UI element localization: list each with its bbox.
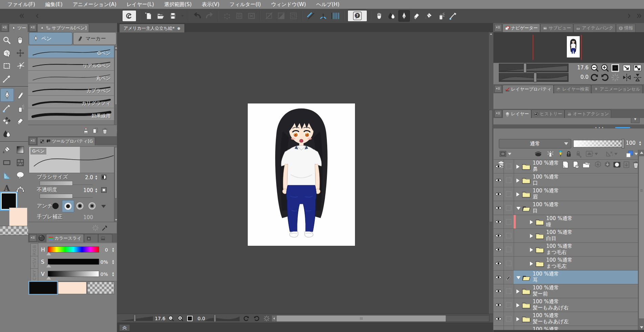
layer-content[interactable]: 100 %通常まつ毛右 — [514, 243, 638, 256]
layer-content[interactable]: 100 %通常口 — [514, 173, 638, 187]
menu-item-5[interactable]: 表示(V) — [197, 0, 224, 9]
layer-content[interactable]: 100 %通常髪ーもみあげ左 — [514, 312, 638, 326]
expand-arrow-icon[interactable] — [516, 192, 519, 196]
layer-row[interactable]: 100 %通常耳 — [493, 270, 638, 284]
color-model-tab-hsv[interactable]: HSV — [30, 256, 39, 269]
brush-button[interactable] — [448, 10, 459, 21]
layer-content[interactable]: 100 %通常瞳 — [514, 215, 638, 229]
layer-visibility-toggle[interactable] — [493, 312, 504, 326]
csp-logo-button[interactable] — [122, 10, 136, 22]
select-shrink-button[interactable] — [246, 10, 257, 21]
open-file-button[interactable] — [155, 10, 166, 21]
navigator-rotate-ccw-button[interactable] — [590, 73, 599, 82]
anti-aliasing-dropdown-icon[interactable] — [101, 205, 106, 208]
chevron-down-icon[interactable] — [635, 153, 638, 155]
tool-fill[interactable] — [0, 143, 13, 156]
foreground-color-swatch[interactable] — [1, 193, 17, 210]
panel-menu-icon[interactable] — [494, 110, 502, 117]
layer-visibility-toggle[interactable] — [493, 187, 504, 201]
layer-check-cell[interactable] — [504, 187, 514, 201]
deselect-button[interactable] — [264, 10, 274, 21]
layer-row[interactable]: 100 %通常眉 — [493, 187, 638, 201]
transparent-swatch[interactable] — [87, 282, 114, 294]
lock-button[interactable] — [564, 150, 573, 158]
menu-item-8[interactable]: ヘルプ(H) — [311, 0, 344, 9]
mask-area-button[interactable] — [585, 150, 594, 158]
layer-content[interactable]: 100 %通常白目 — [514, 229, 638, 242]
navigator-zoom-slider[interactable] — [499, 64, 569, 72]
layer-row[interactable]: 100 %通常鼻 — [493, 159, 638, 173]
expand-arrow-icon[interactable] — [530, 262, 533, 266]
canvas-vertical-scrollbar[interactable] — [488, 32, 493, 324]
menu-item-1[interactable]: 編集(E) — [41, 0, 67, 9]
layer-opacity-stepper[interactable]: ▲▼ — [638, 141, 642, 146]
thumbnail-size-button[interactable] — [499, 150, 507, 158]
expand-up-button[interactable] — [119, 324, 130, 331]
layer-row[interactable]: 100 %通常瞳 — [493, 215, 638, 229]
canvas-zoom-slider[interactable] — [119, 315, 153, 322]
tool-hand[interactable] — [14, 34, 27, 47]
tool-brush[interactable] — [0, 102, 13, 115]
panel-menu-icon[interactable] — [494, 85, 502, 93]
menu-item-6[interactable]: フィルター(I) — [225, 0, 266, 9]
layer-row[interactable]: 100 %通常口 — [493, 173, 638, 187]
tool-frame[interactable] — [14, 156, 27, 169]
layer-check-cell[interactable] — [504, 298, 514, 312]
tool-auto-select[interactable] — [14, 60, 27, 72]
panel-menu-icon[interactable] — [29, 24, 37, 31]
invert-selection-button[interactable] — [276, 10, 287, 21]
stabilization-value[interactable]: 100 — [73, 214, 93, 220]
redo-button[interactable] — [204, 10, 215, 21]
layer-content[interactable]: 100 %通常耳 — [514, 270, 638, 284]
draft-button[interactable] — [556, 150, 565, 158]
layer-check-cell[interactable] — [504, 312, 514, 326]
tab-intermediate-color[interactable] — [98, 234, 112, 242]
flip-vertical-button[interactable] — [633, 73, 642, 82]
navigator-tab-3[interactable]: 情報 — [616, 24, 636, 32]
brush-size-stepper[interactable]: ▲▼ — [94, 175, 98, 180]
layer-visibility-toggle[interactable] — [493, 270, 504, 284]
subtool-item[interactable]: リアルGペン — [28, 58, 114, 71]
layer-row[interactable]: 100 %通常白目 — [493, 229, 638, 242]
canvas-rotate-reset-button[interactable] — [262, 315, 271, 322]
slider-stepper[interactable]: ▲▼ — [112, 259, 114, 265]
navigator-tab-1[interactable]: サブビュー — [540, 24, 573, 32]
tab-tool-property[interactable]: ツールプロパティ[G — [37, 137, 95, 145]
slider-bar[interactable] — [48, 259, 99, 265]
layer-palette-tab-1[interactable]: ヒストリー — [531, 110, 564, 118]
layer-check-cell[interactable] — [504, 257, 514, 270]
panel-menu-icon[interactable] — [494, 24, 502, 31]
layer-visibility-toggle[interactable] — [493, 229, 504, 242]
blend-mode-dropdown[interactable]: 通常 — [499, 139, 571, 148]
page-copy-button[interactable] — [92, 127, 99, 135]
color-model-tab-cmy[interactable]: CMY — [30, 268, 39, 281]
layer-content[interactable]: 100 %通常髪ーもみあげ右 — [514, 298, 638, 312]
canvas-page[interactable] — [248, 103, 355, 246]
save-file-button[interactable] — [168, 10, 178, 21]
eraser-button[interactable] — [411, 10, 422, 21]
layer-check-cell[interactable] — [504, 201, 514, 215]
navigator-zoom-out-button[interactable] — [590, 63, 599, 73]
panel-menu-icon[interactable] — [1, 24, 8, 31]
layer-editing-indicator[interactable] — [504, 270, 514, 284]
tool-zoom[interactable] — [0, 34, 13, 47]
expand-arrow-icon[interactable] — [530, 220, 533, 224]
navigator-zoom-in-button[interactable] — [600, 63, 609, 73]
brush-size-value[interactable]: 2.0 — [73, 174, 93, 181]
layer-color-button[interactable] — [625, 150, 634, 158]
canvas-rotate-slider[interactable] — [204, 315, 240, 322]
canvas-horizontal-scrollbar[interactable] — [276, 315, 489, 322]
expand-arrow-icon[interactable] — [530, 248, 533, 252]
panel-menu-icon[interactable] — [29, 137, 37, 145]
layer-check-cell[interactable] — [504, 243, 514, 256]
layer-visibility-toggle[interactable] — [493, 298, 504, 312]
layer-visibility-toggle[interactable] — [493, 160, 504, 173]
trash-button[interactable] — [101, 127, 109, 135]
tool-balloon[interactable] — [14, 169, 27, 182]
stamp-button[interactable] — [82, 127, 90, 135]
collapse-arrow-icon[interactable] — [516, 276, 520, 279]
navigator-tab-2[interactable]: アイテムバンク — [573, 24, 616, 32]
layer-check-cell[interactable] — [504, 160, 514, 173]
tool-pen[interactable] — [0, 88, 14, 102]
layer-row[interactable]: 100 %通常まつ毛右 — [493, 242, 638, 256]
